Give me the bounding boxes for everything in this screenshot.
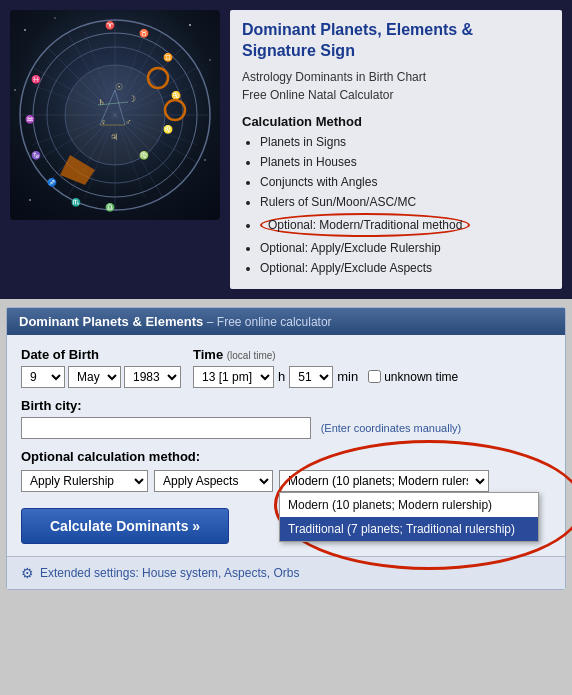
svg-text:♒: ♒ — [25, 114, 35, 124]
minute-select[interactable]: 012510 1520253035 40455051 5559 — [289, 366, 333, 388]
highlighted-method-text: Optional: Modern/Traditional method — [260, 213, 470, 237]
calc-header: Dominant Planets & Elements – Free onlin… — [7, 308, 565, 335]
svg-text:☉: ☉ — [115, 82, 123, 92]
extended-settings[interactable]: ⚙ Extended settings: House system, Aspec… — [7, 556, 565, 589]
svg-text:♏: ♏ — [71, 197, 81, 207]
gear-icon: ⚙ — [21, 565, 34, 581]
svg-text:♂: ♂ — [125, 117, 132, 127]
svg-text:♌: ♌ — [163, 124, 173, 134]
svg-point-5 — [204, 159, 206, 161]
svg-point-35 — [148, 68, 168, 88]
svg-text:☽: ☽ — [128, 94, 136, 104]
dropdown-options-panel: Modern (10 planets; Modern rulership) Tr… — [279, 492, 539, 542]
calculator-section: Dominant Planets & Elements – Free onlin… — [6, 307, 566, 590]
svg-point-4 — [14, 89, 16, 91]
subtitle2: Free Online Natal Calculator — [242, 88, 393, 102]
year-select[interactable]: 1983 — [124, 366, 181, 388]
method-option-modern[interactable]: Modern (10 planets; Modern rulership) — [280, 493, 538, 517]
hour-select[interactable]: 01234 56789 10111213 [1 pm] 1415161718 1… — [193, 366, 274, 388]
time-label: Time (local time) — [193, 347, 458, 362]
time-sublabel: (local time) — [227, 350, 276, 361]
method-item-4: Rulers of Sun/Moon/ASC/MC — [260, 193, 550, 211]
svg-text:♍: ♍ — [139, 150, 149, 160]
day-select[interactable]: 12345 678910 1112131415 1617181920 21222… — [21, 366, 65, 388]
unknown-time-label[interactable]: unknown time — [368, 370, 458, 384]
time-row: 01234 56789 10111213 [1 pm] 1415161718 1… — [193, 366, 458, 388]
method-item-2: Planets in Houses — [260, 153, 550, 171]
birth-city-input[interactable] — [21, 417, 311, 439]
method-list: Planets in Signs Planets in Houses Conju… — [242, 133, 550, 277]
birth-city-input-row: (Enter coordinates manually) — [21, 417, 551, 439]
top-section: ♈ ♉ ♊ ♋ ♌ ♍ ♎ ♏ ♐ ♑ ♒ ♓ ☉ — [0, 0, 572, 299]
method-item-1: Planets in Signs — [260, 133, 550, 151]
svg-text:♑: ♑ — [31, 150, 41, 160]
unknown-time-checkbox[interactable] — [368, 370, 381, 383]
method-item-6: Optional: Apply/Exclude Rulership — [260, 239, 550, 257]
date-selects: 12345 678910 1112131415 1617181920 21222… — [21, 366, 181, 388]
svg-text:♉: ♉ — [139, 28, 149, 38]
rulership-select[interactable]: Apply Rulership Exclude Rulership — [21, 470, 148, 492]
svg-text:♃: ♃ — [110, 132, 118, 142]
calc-title: Dominant Planets & Elements — [19, 314, 203, 329]
birth-city-row: Birth city: (Enter coordinates manually) — [21, 398, 551, 439]
chart-svg: ♈ ♉ ♊ ♋ ♌ ♍ ♎ ♏ ♐ ♑ ♒ ♓ ☉ — [10, 10, 220, 220]
birth-city-label: Birth city: — [21, 398, 551, 413]
svg-text:♐: ♐ — [47, 177, 57, 187]
calc-method-title: Calculation Method — [242, 114, 550, 129]
date-time-row: Date of Birth 12345 678910 1112131415 16… — [21, 347, 551, 388]
svg-point-2 — [189, 24, 191, 26]
method-item-3: Conjuncts with Angles — [260, 173, 550, 191]
svg-point-6 — [29, 199, 31, 201]
astro-chart: ♈ ♉ ♊ ♋ ♌ ♍ ♎ ♏ ♐ ♑ ♒ ♓ ☉ — [10, 10, 220, 220]
calc-subtitle: – Free online calculator — [207, 315, 332, 329]
min-label: min — [337, 369, 358, 384]
dob-label: Date of Birth — [21, 347, 181, 362]
extended-label: Extended settings: House system, Aspects… — [40, 566, 299, 580]
method-select[interactable]: Modern (10 planets; Modern rulership) Tr… — [279, 470, 489, 492]
svg-point-3 — [209, 59, 211, 61]
svg-text:♎: ♎ — [105, 202, 115, 212]
optional-title: Optional calculation method: — [21, 449, 551, 464]
optional-row: Apply Rulership Exclude Rulership Apply … — [21, 470, 551, 492]
aspects-select[interactable]: Apply Aspects Exclude Aspects — [154, 470, 273, 492]
svg-point-36 — [165, 100, 185, 120]
optional-section: Optional calculation method: Apply Ruler… — [21, 449, 551, 492]
svg-text:♈: ♈ — [105, 20, 115, 30]
svg-text:♄: ♄ — [98, 98, 105, 107]
hour-suffix: h — [278, 369, 285, 384]
svg-point-1 — [54, 17, 56, 19]
subtitle1: Astrology Dominants in Birth Chart — [242, 70, 426, 84]
month-select[interactable]: JanFebMarApr MayJunJulAug SepOctNovDec — [68, 366, 121, 388]
svg-text:♊: ♊ — [163, 52, 173, 62]
svg-text:♋: ♋ — [171, 90, 181, 100]
date-of-birth-group: Date of Birth 12345 678910 1112131415 16… — [21, 347, 181, 388]
main-title: Dominant Planets, Elements & Signature S… — [242, 20, 550, 62]
svg-point-0 — [24, 29, 26, 31]
top-text-panel: Dominant Planets, Elements & Signature S… — [230, 10, 562, 289]
method-dropdown-container: Modern (10 planets; Modern rulership) Tr… — [279, 470, 489, 492]
calculate-button[interactable]: Calculate Dominants » — [21, 508, 229, 544]
subtitle: Astrology Dominants in Birth Chart Free … — [242, 68, 550, 104]
method-item-7: Optional: Apply/Exclude Aspects — [260, 259, 550, 277]
time-group: Time (local time) 01234 56789 10111213 [… — [193, 347, 458, 388]
calc-body: Date of Birth 12345 678910 1112131415 16… — [7, 335, 565, 556]
svg-text:♓: ♓ — [31, 74, 41, 84]
enter-coords-link[interactable]: (Enter coordinates manually) — [321, 422, 462, 434]
method-item-5: Optional: Modern/Traditional method — [260, 213, 550, 237]
method-option-traditional[interactable]: Traditional (7 planets; Traditional rule… — [280, 517, 538, 541]
